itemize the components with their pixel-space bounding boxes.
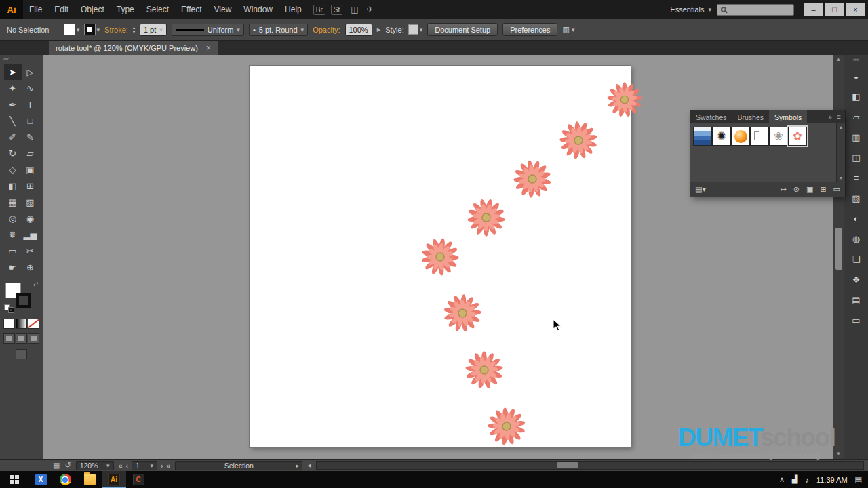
quick-button-st[interactable]: St: [331, 5, 342, 15]
tab-close-icon[interactable]: ×: [206, 43, 211, 53]
status-readout[interactable]: Selection ▸: [175, 461, 302, 470]
width-profile-dropdown[interactable]: Uniform ▾: [172, 24, 244, 36]
ocean-stripes-symbol[interactable]: [694, 127, 711, 145]
shape-builder-tool[interactable]: ◧: [4, 178, 22, 194]
symbol-options-icon[interactable]: ▣: [806, 185, 813, 194]
flower-symbol-2[interactable]: [553, 115, 603, 165]
clock[interactable]: 11:39 AM: [816, 476, 848, 484]
scroll-up-icon[interactable]: ▲: [836, 55, 842, 64]
flower-symbol-6[interactable]: [437, 288, 488, 338]
vertical-scroll-thumb[interactable]: [835, 228, 842, 270]
selection-tool[interactable]: ➤: [4, 64, 22, 80]
zoom-tool[interactable]: ⊕: [22, 259, 39, 275]
zoom-dropdown[interactable]: 120% ▾: [76, 461, 114, 470]
menu-effect[interactable]: Effect: [175, 0, 208, 19]
magic-wand-tool[interactable]: ✦: [4, 80, 22, 96]
menu-type[interactable]: Type: [111, 0, 140, 19]
tick-mark-symbol[interactable]: [751, 127, 768, 145]
action-center-icon[interactable]: ▤: [855, 475, 862, 484]
direct-selection-tool[interactable]: ▷: [22, 64, 39, 80]
menu-object[interactable]: Object: [75, 0, 111, 19]
volume-icon[interactable]: ♪: [805, 476, 809, 484]
orange-sphere-symbol[interactable]: [732, 127, 749, 145]
panel-expand-icon[interactable]: »: [829, 113, 833, 121]
opacity-label[interactable]: Opacity:: [313, 26, 340, 34]
menu-file[interactable]: File: [23, 0, 48, 19]
status-grid-icon[interactable]: ▦: [53, 461, 60, 470]
network-icon[interactable]: ▟: [792, 475, 797, 484]
gradient-tool[interactable]: ▨: [22, 194, 39, 210]
draw-behind-button[interactable]: [16, 334, 26, 343]
gradient-panel-icon[interactable]: ▨: [844, 188, 868, 208]
horizontal-scrollbar[interactable]: [316, 461, 864, 470]
preferences-button[interactable]: Preferences: [502, 23, 557, 36]
delete-symbol-icon[interactable]: ▭: [833, 185, 840, 194]
spin-down-icon[interactable]: ▾: [133, 30, 135, 34]
artboards-panel-icon[interactable]: ▭: [844, 310, 868, 330]
swap-fill-stroke-icon[interactable]: ⇄: [33, 281, 39, 287]
flower-symbol-3[interactable]: [505, 152, 559, 205]
stroke-color-swatch[interactable]: [16, 293, 31, 308]
document-setup-button[interactable]: Document Setup: [427, 23, 498, 36]
color-panel-icon[interactable]: ◒: [844, 66, 868, 86]
align-panel-icon[interactable]: ▥: [844, 127, 868, 147]
stroke-label[interactable]: Stroke:: [104, 26, 128, 34]
fill-color-dropdown[interactable]: ▾: [64, 24, 80, 35]
panel-menu-icon[interactable]: ≡: [837, 113, 841, 121]
search-input[interactable]: [717, 4, 794, 16]
column-graph-tool[interactable]: ▂▅: [22, 226, 39, 243]
place-symbol-icon[interactable]: ↦: [781, 185, 787, 194]
draw-inside-button[interactable]: [28, 334, 39, 343]
symbol-libraries-icon[interactable]: ▤▾: [695, 185, 706, 193]
color-guide-panel-icon[interactable]: ◧: [844, 86, 868, 106]
color-mode-button[interactable]: [4, 319, 14, 328]
first-artboard-button[interactable]: «: [119, 462, 123, 470]
style-dropdown[interactable]: ▾: [409, 25, 423, 34]
taskbar-illustrator[interactable]: Ai: [102, 471, 126, 488]
symbols-scrollbar[interactable]: ▲ ▼: [836, 123, 845, 182]
symbol-sprayer-tool[interactable]: ✵: [4, 226, 22, 243]
layers-panel-icon[interactable]: ▤: [844, 289, 868, 310]
brush-dropdown[interactable]: • 5 pt. Round ▾: [249, 24, 308, 36]
eyedropper-tool[interactable]: ◎: [4, 210, 22, 226]
pen-tool[interactable]: ✒: [4, 96, 22, 113]
flower-outline-symbol[interactable]: ❀: [770, 127, 787, 145]
taskbar-chrome[interactable]: [53, 471, 77, 488]
taskbar-app-x[interactable]: X: [28, 471, 53, 488]
rotate-view-icon[interactable]: ↺: [64, 461, 71, 470]
transparency-panel-icon[interactable]: ◐: [844, 208, 868, 228]
expand-panels-icon[interactable]: ««: [852, 56, 859, 66]
transform-panel-icon[interactable]: ▱: [844, 106, 868, 127]
break-link-icon[interactable]: ⊘: [793, 185, 800, 194]
pathfinder-panel-icon[interactable]: ◫: [844, 147, 868, 167]
share-icon[interactable]: ✈: [367, 5, 374, 14]
new-symbol-icon[interactable]: ⊞: [820, 185, 826, 194]
last-artboard-button[interactable]: »: [166, 462, 170, 470]
align-dropdown[interactable]: ▥ ▾: [562, 25, 574, 34]
flower-symbol-8[interactable]: [482, 402, 530, 450]
default-fill-stroke-icon[interactable]: [5, 305, 14, 312]
line-segment-tool[interactable]: ╲: [4, 113, 22, 129]
flower-symbol-1[interactable]: [607, 82, 642, 117]
draw-normal-button[interactable]: [4, 334, 14, 343]
panel-tab-swatches[interactable]: Swatches: [690, 110, 732, 123]
artboard-tool[interactable]: ▭: [4, 243, 22, 259]
flower-symbol-4[interactable]: [462, 193, 511, 242]
artboard[interactable]: [250, 66, 631, 447]
opacity-flyout-icon[interactable]: ▸: [377, 25, 381, 34]
symbols-panel-icon[interactable]: ❖: [844, 269, 868, 289]
taskbar-folder[interactable]: [77, 471, 102, 488]
arrange-documents-icon[interactable]: ◫: [351, 5, 358, 14]
lasso-tool[interactable]: ∿: [22, 80, 39, 96]
close-button[interactable]: ×: [846, 3, 865, 16]
gradient-mode-button[interactable]: [16, 319, 26, 328]
perspective-grid-tool[interactable]: ⊞: [22, 178, 39, 194]
width-tool[interactable]: ◇: [4, 161, 22, 178]
coral-daisy-symbol[interactable]: ✿: [789, 127, 806, 145]
free-transform-tool[interactable]: ▣: [22, 161, 39, 178]
stroke-color-dropdown[interactable]: ▾: [85, 24, 100, 35]
stroke-weight-field[interactable]: 1 pt ▾: [140, 24, 167, 36]
blend-tool[interactable]: ◉: [22, 210, 39, 226]
horizontal-scroll-thumb[interactable]: [557, 462, 578, 468]
stroke-panel-icon[interactable]: ≡: [844, 167, 868, 188]
